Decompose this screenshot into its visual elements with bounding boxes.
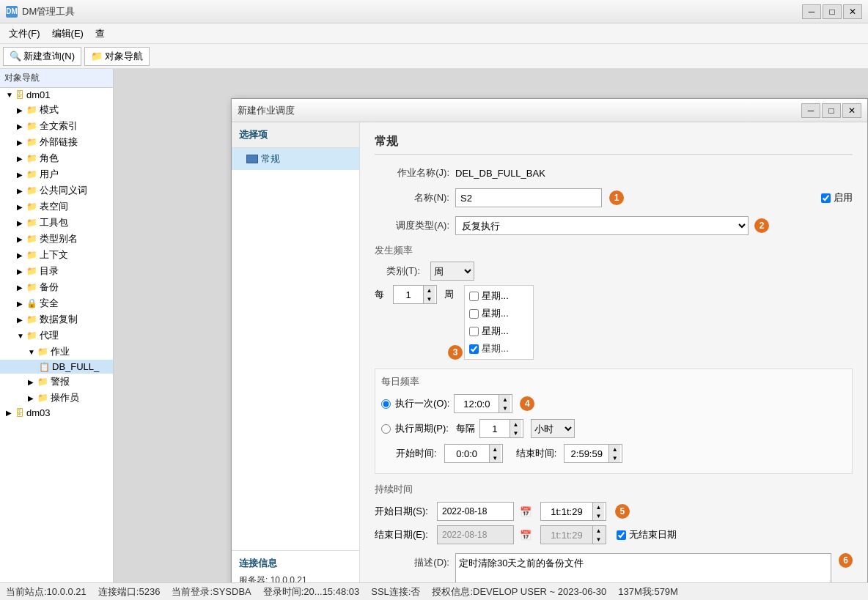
every-down-btn[interactable]: ▼ — [423, 295, 435, 303]
left-panel-item-general[interactable]: 常规 — [232, 148, 359, 170]
arrow-icon: ▶ — [17, 122, 24, 130]
name-row: 名称(N): 1 启用 — [375, 188, 853, 207]
end-time-up[interactable]: ▲ — [608, 445, 620, 453]
period-input[interactable] — [480, 420, 510, 437]
tree-item-dm03[interactable]: ▶ 🗄 dm03 — [0, 406, 113, 420]
no-end-date-checkbox[interactable] — [617, 530, 626, 540]
radio-period[interactable] — [381, 424, 391, 434]
once-time-up[interactable]: ▲ — [499, 395, 510, 404]
every-input[interactable] — [394, 286, 423, 303]
tree-label: DB_FULL_ — [52, 361, 99, 372]
start-dur-up[interactable]: ▲ — [592, 503, 604, 511]
start-time-input[interactable] — [445, 445, 489, 462]
start-time-spin: ▲ ▼ — [489, 445, 501, 462]
weekly-item-2[interactable]: 星期... — [466, 322, 532, 340]
end-date-input[interactable] — [437, 525, 514, 544]
tree-label: 警报 — [51, 375, 70, 388]
end-dur-down[interactable]: ▼ — [592, 535, 604, 544]
once-time-down[interactable]: ▼ — [499, 404, 510, 412]
menu-query[interactable]: 查 — [89, 24, 111, 43]
tree-item-dm01[interactable]: ▼ 🗄 dm01 — [0, 88, 113, 102]
start-dur-time-input[interactable] — [541, 503, 592, 520]
freq-section: 发生频率 类别(T): 日 周 月 — [375, 244, 853, 360]
tree-item-toolkit[interactable]: ▶ 📁 工具包 — [0, 215, 113, 231]
end-dur-time-input[interactable] — [541, 526, 592, 544]
new-query-button[interactable]: 🔍 新建查询(N) — [3, 47, 81, 66]
minimize-button[interactable]: ─ — [802, 4, 821, 19]
arrow-icon: ▶ — [17, 235, 24, 243]
folder-icon: 📁 — [26, 201, 37, 212]
tree-label: 备份 — [40, 281, 59, 294]
tree-label: 代理 — [40, 329, 59, 342]
tree-item-user[interactable]: ▶ 📁 用户 — [0, 166, 113, 182]
menu-edit[interactable]: 编辑(E) — [46, 24, 89, 43]
end-time-down[interactable]: ▼ — [608, 453, 620, 462]
weekly-check-1[interactable] — [469, 309, 479, 319]
dialog-close-button[interactable]: ✕ — [842, 103, 861, 118]
tree-item-agent[interactable]: ▼ 📁 代理 — [0, 327, 113, 344]
period-unit-select[interactable]: 小时 分钟 秒 — [531, 419, 575, 438]
tree-item-job[interactable]: ▼ 📁 作业 — [0, 344, 113, 360]
tree-item-security[interactable]: ▶ 🔒 安全 — [0, 295, 113, 311]
menu-file[interactable]: 文件(F) — [3, 24, 46, 43]
duration-title: 持续时间 — [375, 483, 853, 496]
tree-item-alarm[interactable]: ▶ 📁 警报 — [0, 374, 113, 390]
cal-icon[interactable]: 📅 — [520, 506, 532, 517]
maximize-button[interactable]: □ — [823, 4, 842, 19]
arrow-icon: ▶ — [17, 284, 24, 292]
weekly-check-0[interactable] — [469, 292, 479, 301]
dialog-overlay: 新建作业调度 ─ □ ✕ 选择项 — [114, 69, 868, 582]
weekly-check-3[interactable] — [469, 344, 479, 354]
desc-textarea[interactable]: 定时清除30天之前的备份文件 — [455, 553, 831, 582]
close-button[interactable]: ✕ — [843, 4, 862, 19]
end-time-input[interactable] — [564, 445, 608, 462]
tree-item-replication[interactable]: ▶ 📁 数据复制 — [0, 311, 113, 327]
period-up[interactable]: ▲ — [510, 420, 521, 429]
object-nav-button[interactable]: 📁 对象导航 — [84, 47, 150, 66]
tree-item-typealias[interactable]: ▶ 📁 类型别名 — [0, 231, 113, 247]
folder-icon: 📁 — [26, 314, 37, 325]
start-time-down[interactable]: ▼ — [489, 453, 501, 462]
circle-2: 2 — [754, 218, 769, 233]
start-date-input[interactable] — [437, 502, 514, 521]
every-up-btn[interactable]: ▲ — [423, 286, 435, 295]
arrow-icon: ▶ — [17, 316, 24, 324]
once-time-input[interactable] — [455, 395, 499, 412]
weekly-check-2[interactable] — [469, 327, 479, 336]
sched-type-select[interactable]: 反复执行 一次执行 禁用 — [455, 216, 749, 235]
tree-item-backup[interactable]: ▶ 📁 备份 — [0, 279, 113, 295]
end-dur-up[interactable]: ▲ — [592, 526, 604, 535]
tree-item-dir[interactable]: ▶ 📁 目录 — [0, 263, 113, 279]
dialog-minimize-button[interactable]: ─ — [801, 103, 820, 118]
tree-item-synonym[interactable]: ▶ 📁 公共同义词 — [0, 182, 113, 199]
start-dur-down[interactable]: ▼ — [592, 511, 604, 520]
weekly-item-1[interactable]: 星期... — [466, 305, 532, 322]
dialog-maximize-button[interactable]: □ — [822, 103, 841, 118]
radio-once[interactable] — [381, 399, 391, 409]
start-time-up[interactable]: ▲ — [489, 445, 501, 453]
tree-item-context[interactable]: ▶ 📁 上下文 — [0, 247, 113, 263]
enable-checkbox[interactable] — [821, 193, 831, 203]
period-down[interactable]: ▼ — [510, 429, 521, 437]
tree-item-schema[interactable]: ▶ 📁 模式 — [0, 102, 113, 118]
folder-icon: 📁 — [26, 185, 37, 196]
tree-label: 数据复制 — [40, 313, 78, 326]
weekly-item-3[interactable]: 星期... — [466, 340, 532, 358]
name-input[interactable] — [455, 188, 602, 207]
tree-item-fulltext[interactable]: ▶ 📁 全文索引 — [0, 118, 113, 134]
tree-label: 角色 — [40, 152, 59, 165]
freq-type-row: 类别(T): 日 周 月 — [375, 262, 853, 281]
cal-icon-end[interactable]: 📅 — [520, 530, 532, 541]
dialog-title-bar: 新建作业调度 ─ □ ✕ — [232, 99, 867, 122]
weekly-item-0[interactable]: 星期... — [466, 287, 532, 305]
freq-type-select[interactable]: 日 周 月 — [430, 262, 474, 281]
start-date-label: 开始日期(S): — [375, 505, 428, 518]
tree-label: 模式 — [40, 103, 59, 116]
tree-item-operator[interactable]: ▶ 📁 操作员 — [0, 390, 113, 406]
tree-item-tablespace[interactable]: ▶ 📁 表空间 — [0, 199, 113, 215]
dialog: 新建作业调度 ─ □ ✕ 选择项 — [231, 98, 868, 582]
tree-item-extlink[interactable]: ▶ 📁 外部链接 — [0, 134, 113, 150]
tree-label: 公共同义词 — [40, 184, 87, 197]
tree-item-role[interactable]: ▶ 📁 角色 — [0, 150, 113, 166]
tree-item-dbfull[interactable]: 📋 DB_FULL_ — [0, 360, 113, 374]
